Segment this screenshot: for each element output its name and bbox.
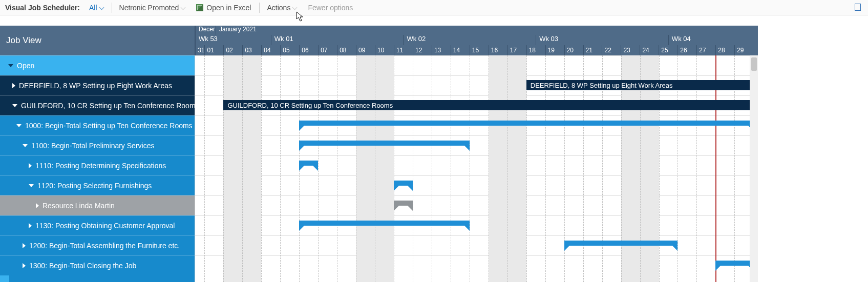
tree-row-guildford[interactable]: GUILDFORD, 10 CR Setting up Ten Conferen… bbox=[0, 95, 195, 115]
day-separator bbox=[280, 55, 281, 282]
day-separator bbox=[261, 55, 262, 282]
gantt-bar-deerfield[interactable]: DEERFIELD, 8 WP Setting up Eight Work Ar… bbox=[526, 80, 754, 90]
th-week-cell: Wk 02 bbox=[403, 35, 536, 45]
open-in-excel[interactable]: Open in Excel bbox=[196, 4, 251, 12]
gantt-bracket-b1000[interactable] bbox=[299, 121, 753, 126]
day-cell: 06 bbox=[299, 45, 318, 55]
tree-row-label: 1200: Begin-Total Assembling the Furnitu… bbox=[29, 242, 180, 250]
chevron-down-icon bbox=[181, 5, 186, 10]
netronic-promoted-label: Netronic Promoted bbox=[119, 4, 179, 12]
grid-row bbox=[195, 195, 758, 215]
tree-row-res[interactable]: Resource Linda Martin bbox=[0, 195, 195, 215]
day-separator bbox=[394, 55, 394, 282]
grid-row bbox=[195, 175, 758, 195]
filter-all[interactable]: All bbox=[89, 4, 103, 12]
grid-row bbox=[195, 215, 758, 235]
day-separator bbox=[432, 55, 432, 282]
day-cell: 22 bbox=[602, 45, 621, 55]
day-separator bbox=[242, 55, 243, 282]
gantt-bracket-bres[interactable] bbox=[394, 201, 413, 206]
day-cell: 24 bbox=[640, 45, 659, 55]
tree-row-label: 1300: Begin-Total Closing the Job bbox=[29, 262, 136, 270]
grid-row bbox=[195, 55, 758, 75]
th-week-cell: Wk 01 bbox=[271, 35, 404, 45]
gantt-bracket-b1300[interactable] bbox=[715, 261, 753, 266]
day-cell: 27 bbox=[696, 45, 715, 55]
tree-row-t1120[interactable]: 1120: Posting Selecting Furnishings bbox=[0, 175, 195, 195]
day-cell: 15 bbox=[470, 45, 489, 55]
day-cell: 20 bbox=[564, 45, 583, 55]
tree-row-label: 1120: Posting Selecting Furnishings bbox=[37, 182, 152, 190]
day-cell: 13 bbox=[432, 45, 451, 55]
day-cell: 11 bbox=[394, 45, 413, 55]
caret-right-icon bbox=[23, 243, 26, 248]
day-cell: 12 bbox=[413, 45, 432, 55]
caret-right-icon bbox=[29, 223, 32, 228]
job-view-header: Job View bbox=[0, 26, 195, 55]
day-separator bbox=[451, 55, 451, 282]
day-separator bbox=[356, 55, 356, 282]
caret-down-icon bbox=[16, 124, 22, 127]
gantt-bracket-b1130[interactable] bbox=[299, 221, 470, 226]
vertical-scrollbar[interactable] bbox=[750, 55, 758, 282]
day-cell: 01 bbox=[204, 45, 223, 55]
day-separator bbox=[470, 55, 470, 282]
day-cell: 09 bbox=[356, 45, 375, 55]
tree-row-deerfield[interactable]: DEERFIELD, 8 WP Setting up Eight Work Ar… bbox=[0, 75, 195, 95]
th-week-cell: Wk 53 bbox=[195, 35, 271, 45]
th-week-cell: Wk 03 bbox=[536, 35, 668, 45]
gantt-bracket-b1120[interactable] bbox=[394, 181, 413, 186]
separator-icon bbox=[112, 3, 112, 13]
gantt-bracket-b1100[interactable] bbox=[299, 141, 470, 146]
scrollbar-thumb[interactable] bbox=[751, 57, 757, 71]
caret-right-icon bbox=[29, 163, 32, 168]
caret-down-icon bbox=[8, 64, 13, 67]
tree-row-label: DEERFIELD, 8 WP Setting up Eight Work Ar… bbox=[19, 82, 172, 90]
job-view-title: Job View bbox=[6, 35, 41, 46]
timeline-body[interactable]: DEERFIELD, 8 WP Setting up Eight Work Ar… bbox=[195, 55, 758, 282]
excel-icon bbox=[196, 4, 203, 11]
day-cell: 05 bbox=[280, 45, 299, 55]
fewer-options[interactable]: Fewer options bbox=[308, 4, 353, 12]
tree-row-open[interactable]: Open bbox=[0, 55, 195, 75]
day-cell: 25 bbox=[659, 45, 678, 55]
tree-row-t1300[interactable]: 1300: Begin-Total Closing the Job bbox=[0, 255, 195, 275]
day-cell: 19 bbox=[545, 45, 564, 55]
tree-row-label: Resource Linda Martin bbox=[43, 202, 115, 210]
tree-row-t1130[interactable]: 1130: Posting Obtaining Customer Approva… bbox=[0, 215, 195, 235]
tree-row-t1200[interactable]: 1200: Begin-Total Assembling the Furnitu… bbox=[0, 235, 195, 255]
day-separator bbox=[318, 55, 319, 282]
tree-list: OpenDEERFIELD, 8 WP Setting up Eight Wor… bbox=[0, 55, 195, 282]
day-cell: 17 bbox=[507, 45, 526, 55]
day-cell: 29 bbox=[734, 45, 753, 55]
day-cell: 03 bbox=[242, 45, 261, 55]
tree-row-label: 1110: Posting Determining Specifications bbox=[35, 162, 166, 170]
tree-row-t1100[interactable]: 1100: Begin-Total Preliminary Services bbox=[0, 135, 195, 155]
caret-down-icon bbox=[23, 144, 28, 147]
gantt-bracket-b1200[interactable] bbox=[564, 241, 678, 246]
tree-row-t1110[interactable]: 1110: Posting Determining Specifications bbox=[0, 155, 195, 175]
timeline-header: DecerJanuary 2021 Wk 53Wk 01Wk 02Wk 03Wk… bbox=[195, 26, 758, 55]
chevron-down-icon bbox=[99, 5, 104, 10]
day-separator bbox=[204, 55, 205, 282]
day-separator bbox=[489, 55, 489, 282]
caret-right-icon bbox=[36, 203, 39, 208]
job-tree: Job View OpenDEERFIELD, 8 WP Setting up … bbox=[0, 26, 195, 282]
chevron-down-icon bbox=[292, 5, 298, 10]
day-cell: 16 bbox=[489, 45, 507, 55]
tree-row-label: GUILDFORD, 10 CR Setting up Ten Conferen… bbox=[21, 102, 199, 110]
gantt-bracket-b1110[interactable] bbox=[299, 161, 318, 166]
day-cell: 23 bbox=[621, 45, 640, 55]
day-cell: 07 bbox=[318, 45, 337, 55]
actions-menu[interactable]: Actions bbox=[267, 4, 297, 12]
day-cell: 21 bbox=[583, 45, 602, 55]
gantt-bar-guildford[interactable]: GUILDFORD, 10 CR Setting up Ten Conferen… bbox=[223, 100, 753, 110]
day-cell: 04 bbox=[261, 45, 280, 55]
netronic-promoted[interactable]: Netronic Promoted bbox=[119, 4, 185, 12]
tree-row-label: 1130: Posting Obtaining Customer Approva… bbox=[35, 222, 175, 230]
tree-row-t1000[interactable]: 1000: Begin-Total Setting up Ten Confere… bbox=[0, 115, 195, 135]
expand-icon[interactable] bbox=[855, 4, 861, 11]
scheduler: Job View OpenDEERFIELD, 8 WP Setting up … bbox=[0, 26, 758, 282]
grid-row bbox=[195, 135, 758, 155]
day-cell: 14 bbox=[451, 45, 470, 55]
